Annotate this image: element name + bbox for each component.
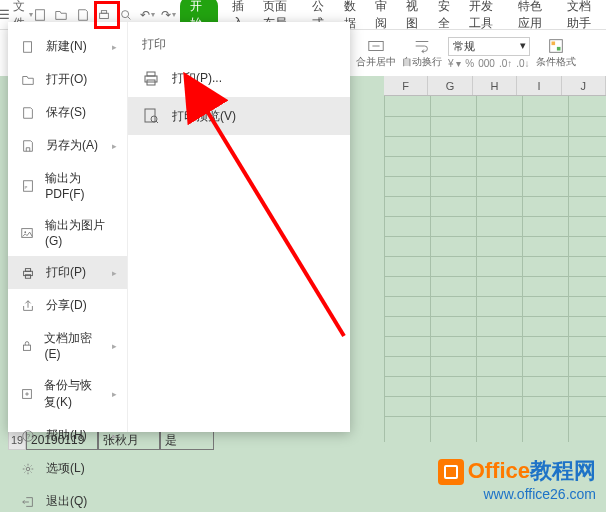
submenu-print-preview[interactable]: 打印预览(V)	[128, 97, 350, 135]
lock-icon	[20, 338, 34, 354]
column-headers: F G H I J	[384, 76, 606, 96]
format-combo[interactable]: 常规▾	[448, 37, 530, 56]
saveas-icon	[20, 138, 36, 154]
col-head[interactable]: H	[473, 76, 517, 95]
print-icon	[142, 69, 160, 87]
menu-options[interactable]: 选项(L)	[8, 452, 127, 485]
col-head[interactable]: G	[428, 76, 472, 95]
chevron-right-icon: ▸	[112, 341, 117, 351]
svg-rect-16	[25, 268, 30, 271]
chevron-right-icon: ▸	[112, 268, 117, 278]
chevron-right-icon: ▸	[112, 431, 117, 441]
cond-format-label: 条件格式	[536, 55, 576, 69]
svg-line-4	[127, 16, 130, 19]
currency-icon[interactable]: ¥ ▾	[448, 58, 461, 69]
submenu-print[interactable]: 打印(P)...	[128, 59, 350, 97]
svg-rect-0	[35, 9, 44, 20]
svg-text:?: ?	[26, 432, 30, 439]
tab-review[interactable]: 审阅	[375, 0, 392, 32]
col-head[interactable]: J	[562, 76, 606, 95]
comma-icon[interactable]: 000	[478, 58, 495, 69]
menu-image[interactable]: 输出为图片(G)	[8, 209, 127, 256]
menu-new[interactable]: 新建(N)▸	[8, 30, 127, 63]
backup-icon	[20, 386, 34, 402]
svg-rect-8	[551, 42, 555, 46]
chevron-right-icon: ▸	[112, 42, 117, 52]
tab-dev[interactable]: 开发工具	[469, 0, 504, 32]
save-icon	[20, 105, 36, 121]
svg-text:P: P	[24, 184, 27, 189]
svg-rect-24	[147, 72, 155, 76]
tab-view[interactable]: 视图	[406, 0, 423, 32]
col-head[interactable]: F	[384, 76, 428, 95]
menu-share[interactable]: 分享(D)	[8, 289, 127, 322]
gear-icon	[20, 461, 36, 477]
highlight-box	[94, 1, 120, 29]
file-menu-list: 新建(N)▸ 打开(O) 保存(S) 另存为(A)▸ P输出为PDF(F) 输出…	[8, 22, 128, 432]
tab-security[interactable]: 安全	[438, 0, 455, 32]
file-submenu: 打印 打印(P)... 打印预览(V)	[128, 22, 350, 432]
dec-inc-icon[interactable]: .0↑	[499, 58, 512, 69]
grid[interactable]	[384, 96, 606, 442]
chevron-right-icon: ▸	[112, 389, 117, 399]
menu-help[interactable]: ?帮助(H)▸	[8, 419, 127, 452]
menu-exit[interactable]: 退出(Q)	[8, 485, 127, 512]
menu-saveas[interactable]: 另存为(A)▸	[8, 129, 127, 162]
ribbon-section: 合并居中 自动换行 常规▾ ¥ ▾ % 000 .0↑ .0↓ 条件格式	[356, 30, 606, 76]
pdf-icon: P	[20, 178, 35, 194]
svg-point-3	[121, 10, 128, 17]
preview-icon	[142, 107, 160, 125]
svg-rect-26	[145, 109, 155, 122]
menu-pdf[interactable]: P输出为PDF(F)	[8, 162, 127, 209]
menu-save[interactable]: 保存(S)	[8, 96, 127, 129]
svg-rect-9	[557, 47, 561, 51]
open-icon	[20, 72, 36, 88]
svg-line-28	[156, 121, 158, 123]
percent-icon[interactable]: %	[465, 58, 474, 69]
menu-print[interactable]: 打印(P)▸	[8, 256, 127, 289]
number-format-group: 常规▾ ¥ ▾ % 000 .0↑ .0↓	[448, 37, 530, 69]
hamburger-icon: ☰	[0, 8, 10, 22]
new-icon	[20, 39, 36, 55]
submenu-header: 打印	[128, 30, 350, 59]
share-icon	[20, 298, 36, 314]
wrap-text-button[interactable]: 自动换行	[402, 37, 442, 69]
submenu-preview-label: 打印预览(V)	[172, 108, 236, 125]
svg-rect-10	[24, 41, 32, 52]
exit-icon	[20, 494, 36, 510]
cell[interactable]: 是	[160, 430, 214, 450]
cond-format-button[interactable]: 条件格式	[536, 37, 576, 69]
svg-rect-18	[24, 345, 31, 350]
merge-center-button[interactable]: 合并居中	[356, 37, 396, 69]
menu-backup[interactable]: 备份与恢复(K)▸	[8, 369, 127, 419]
submenu-print-label: 打印(P)...	[172, 70, 222, 87]
svg-point-14	[25, 231, 27, 233]
dec-dec-icon[interactable]: .0↓	[516, 58, 529, 69]
file-dropdown: 新建(N)▸ 打开(O) 保存(S) 另存为(A)▸ P输出为PDF(F) 输出…	[8, 22, 350, 432]
print-icon	[20, 265, 36, 281]
tab-special[interactable]: 特色应用	[518, 0, 553, 32]
col-head[interactable]: I	[517, 76, 561, 95]
tab-assistant[interactable]: 文档助手	[567, 0, 602, 32]
svg-point-22	[26, 467, 30, 471]
menu-encrypt[interactable]: 文档加密(E)▸	[8, 322, 127, 369]
wrap-label: 自动换行	[402, 55, 442, 69]
chevron-down-icon: ▾	[520, 39, 526, 52]
menu-open[interactable]: 打开(O)	[8, 63, 127, 96]
chevron-right-icon: ▸	[112, 141, 117, 151]
merge-label: 合并居中	[356, 55, 396, 69]
image-icon	[20, 225, 35, 241]
help-icon: ?	[20, 428, 36, 444]
